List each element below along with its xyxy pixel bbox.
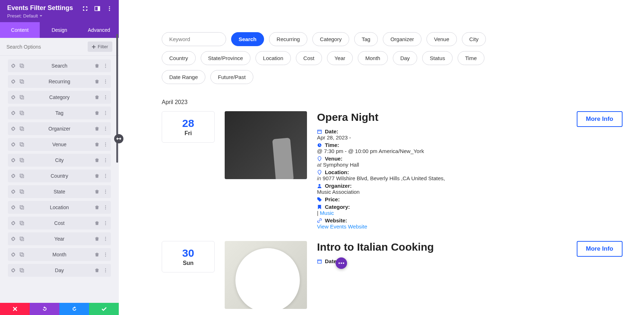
trash-icon[interactable]: [94, 95, 99, 100]
filter-chip-country[interactable]: Country: [162, 51, 196, 65]
filter-chip-status[interactable]: Status: [422, 51, 453, 65]
filter-chip-location[interactable]: Location: [255, 51, 291, 65]
filter-list-item[interactable]: State: [8, 185, 111, 198]
search-options-input[interactable]: [6, 44, 88, 50]
gear-icon[interactable]: [11, 205, 16, 210]
panel-icon[interactable]: [94, 6, 100, 11]
save-button[interactable]: [89, 303, 119, 315]
duplicate-icon[interactable]: [19, 158, 24, 163]
more-vertical-icon[interactable]: [103, 110, 108, 115]
more-vertical-icon[interactable]: [103, 79, 108, 84]
duplicate-icon[interactable]: [19, 189, 24, 194]
gear-icon[interactable]: [11, 158, 16, 163]
more-vertical-icon[interactable]: [103, 221, 108, 226]
filter-list-item[interactable]: Month: [8, 248, 111, 261]
gear-icon[interactable]: [11, 252, 16, 257]
gear-icon[interactable]: [11, 126, 16, 131]
filter-list-item[interactable]: City: [8, 154, 111, 167]
gear-icon[interactable]: [11, 110, 16, 115]
trash-icon[interactable]: [94, 221, 99, 226]
filter-list-item[interactable]: Location: [8, 201, 111, 214]
filter-chip-month[interactable]: Month: [358, 51, 388, 65]
add-filter-button[interactable]: Filter: [88, 41, 112, 52]
keyword-input[interactable]: [162, 32, 226, 46]
duplicate-icon[interactable]: [19, 95, 24, 100]
more-vertical-icon[interactable]: [103, 268, 108, 273]
gear-icon[interactable]: [11, 173, 16, 178]
filter-list-item[interactable]: Day: [8, 264, 111, 277]
trash-icon[interactable]: [94, 142, 99, 147]
trash-icon[interactable]: [94, 189, 99, 194]
more-vertical-icon[interactable]: [103, 252, 108, 257]
filter-chip-venue[interactable]: Venue: [426, 32, 457, 46]
filter-chip-year[interactable]: Year: [327, 51, 353, 65]
trash-icon[interactable]: [94, 236, 99, 241]
duplicate-icon[interactable]: [19, 205, 24, 210]
filter-chip-city[interactable]: City: [462, 32, 486, 46]
resize-handle[interactable]: [114, 134, 123, 143]
trash-icon[interactable]: [94, 268, 99, 273]
more-info-button[interactable]: More Info: [577, 111, 623, 127]
filter-list-item[interactable]: Organizer: [8, 122, 111, 135]
gear-icon[interactable]: [11, 142, 16, 147]
filter-chip-recurring[interactable]: Recurring: [269, 32, 307, 46]
duplicate-icon[interactable]: [19, 173, 24, 178]
duplicate-icon[interactable]: [19, 110, 24, 115]
duplicate-icon[interactable]: [19, 252, 24, 257]
gear-icon[interactable]: [11, 221, 16, 226]
filter-chip-state[interactable]: State/Province: [201, 51, 251, 65]
filter-list-item[interactable]: Country: [8, 169, 111, 182]
tab-advanced[interactable]: Advanced: [79, 22, 119, 38]
duplicate-icon[interactable]: [19, 63, 24, 68]
event-website-link[interactable]: View Events Website: [317, 223, 367, 230]
gear-icon[interactable]: [11, 236, 16, 241]
trash-icon[interactable]: [94, 158, 99, 163]
filter-list-item[interactable]: Cost: [8, 217, 111, 230]
more-vertical-icon[interactable]: [103, 189, 108, 194]
filter-chip-daterange[interactable]: Date Range: [162, 70, 205, 84]
category-link[interactable]: Music: [320, 210, 334, 216]
filter-chip-search[interactable]: Search: [231, 32, 264, 46]
duplicate-icon[interactable]: [19, 268, 24, 273]
event-image[interactable]: [225, 241, 307, 309]
tab-design[interactable]: Design: [40, 22, 79, 38]
filter-list-item[interactable]: Venue: [8, 138, 111, 151]
more-vertical-icon[interactable]: [103, 95, 108, 100]
duplicate-icon[interactable]: [19, 79, 24, 84]
trash-icon[interactable]: [94, 252, 99, 257]
gear-icon[interactable]: [11, 63, 16, 68]
sidebar-scrollbar[interactable]: [116, 34, 119, 298]
trash-icon[interactable]: [94, 205, 99, 210]
duplicate-icon[interactable]: [19, 221, 24, 226]
more-vertical-icon[interactable]: [103, 158, 108, 163]
event-image[interactable]: [225, 111, 307, 179]
filter-chip-futurepast[interactable]: Future/Past: [210, 70, 253, 84]
filter-chip-category[interactable]: Category: [312, 32, 349, 46]
trash-icon[interactable]: [94, 126, 99, 131]
more-vertical-icon[interactable]: [107, 6, 112, 11]
tab-content[interactable]: Content: [0, 22, 40, 38]
gear-icon[interactable]: [11, 268, 16, 273]
preset-dropdown[interactable]: Preset: Default: [7, 13, 73, 19]
expand-icon[interactable]: [82, 6, 88, 11]
module-options-fab[interactable]: [336, 257, 347, 269]
filter-list-item[interactable]: Recurring: [8, 75, 111, 88]
redo-button[interactable]: [59, 303, 89, 315]
duplicate-icon[interactable]: [19, 126, 24, 131]
more-vertical-icon[interactable]: [103, 205, 108, 210]
more-vertical-icon[interactable]: [103, 126, 108, 131]
trash-icon[interactable]: [94, 79, 99, 84]
gear-icon[interactable]: [11, 95, 16, 100]
gear-icon[interactable]: [11, 189, 16, 194]
filter-chip-time[interactable]: Time: [458, 51, 484, 65]
filter-list-item[interactable]: Year: [8, 232, 111, 245]
gear-icon[interactable]: [11, 79, 16, 84]
filter-chip-organizer[interactable]: Organizer: [383, 32, 421, 46]
filter-chip-tag[interactable]: Tag: [354, 32, 378, 46]
duplicate-icon[interactable]: [19, 142, 24, 147]
more-vertical-icon[interactable]: [103, 236, 108, 241]
trash-icon[interactable]: [94, 63, 99, 68]
more-vertical-icon[interactable]: [103, 63, 108, 68]
filter-list-item[interactable]: Tag: [8, 107, 111, 119]
more-vertical-icon[interactable]: [103, 142, 108, 147]
